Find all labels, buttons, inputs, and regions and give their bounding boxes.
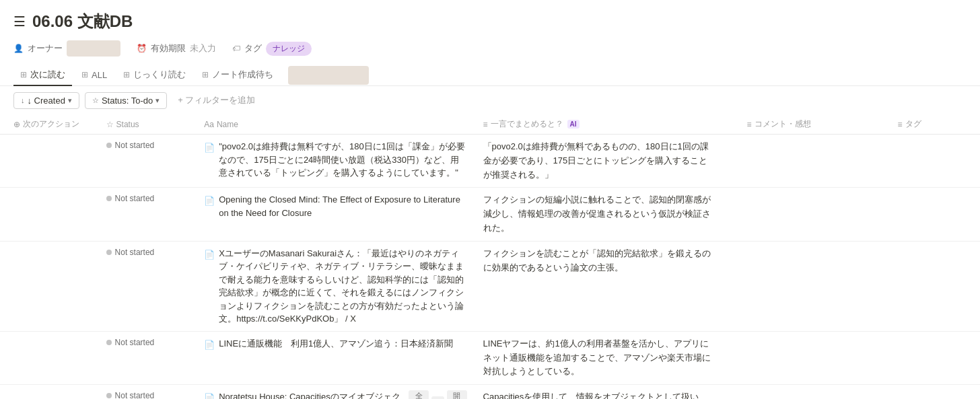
col-status-label: Status — [116, 120, 139, 129]
table-row: Not started📄"povo2.0は維持費は無料ですが、180日に1回は「… — [0, 135, 980, 188]
col-header-name: Aa Name — [196, 114, 475, 135]
col-header-summary: ≡ 一言でまとめると？ AI — [475, 114, 739, 135]
summary-text: 「povo2.0は維持費が無料であるものの、180日に1回の課金が必要であり、1… — [483, 140, 712, 182]
cell-name[interactable]: 📄XユーザーのMasanari Sakuraiさん：「最近はやりのネガティブ・ケ… — [196, 241, 475, 331]
tag-icon: 🏷 — [232, 44, 240, 53]
tag-value[interactable]: ナレッジ — [266, 42, 312, 56]
status-text: Not started — [115, 248, 155, 257]
summary-text: フィクションを読むことが「認知的完結欲求」を鍛えるのに効果的であるという論文の主… — [483, 247, 712, 275]
deadline-meta: ⏰ 有効期限 未入力 — [137, 42, 216, 55]
inline-actions: 全画■開く — [409, 390, 466, 399]
cell-summary: 「povo2.0は維持費が無料であるものの、180日に1回の課金が必要であり、1… — [475, 135, 739, 188]
col-name-label: Name — [217, 120, 238, 129]
cell-name[interactable]: 📄Noratetsu House: Capacitiesのマイオブジェクト①全画… — [196, 385, 475, 399]
tab-all-label: ALL — [92, 70, 107, 80]
status-text: Not started — [115, 141, 155, 150]
main-table: ⊕ 次のアクション ☆ Status Aa Name — [0, 114, 980, 399]
status-badge: Not started — [106, 248, 155, 257]
deadline-icon: ⏰ — [137, 44, 147, 53]
name-cell-content: 📄"povo2.0は維持費は無料ですが、180日に1回は「課金」が必要なので、1… — [204, 140, 466, 180]
cell-action — [0, 331, 98, 384]
name-text: XユーザーのMasanari Sakuraiさん：「最近はやりのネガティブ・ケイ… — [219, 247, 466, 326]
tab-next-label: 次に読む — [30, 69, 65, 81]
status-dot — [106, 393, 112, 398]
cell-status: Not started — [98, 135, 197, 188]
tabs-row: ⊞ 次に読む ⊞ ALL ⊞ じっくり読む ⊞ ノート作成待ち — [0, 59, 980, 86]
status-dot — [106, 196, 112, 201]
cell-status: Not started — [98, 385, 197, 399]
tab-next[interactable]: ⊞ 次に読む — [13, 65, 72, 86]
cell-action — [0, 188, 98, 241]
main-table-container: ⊕ 次のアクション ☆ Status Aa Name — [0, 114, 980, 399]
cell-name[interactable]: 📄"povo2.0は維持費は無料ですが、180日に1回は「課金」が必要なので、1… — [196, 135, 475, 188]
col-status-icon: ☆ — [106, 120, 114, 129]
add-filter-label: + フィルターを追加 — [178, 94, 255, 106]
cell-status: Not started — [98, 188, 197, 241]
col-summary-icon: ≡ — [483, 120, 488, 129]
cell-tag — [890, 135, 980, 188]
tab-slow-icon: ⊞ — [123, 70, 130, 79]
page-container: ☰ 06.06 文献DB 👤 オーナー ⏰ 有効期限 未入力 🏷 タグ ナレッジ… — [0, 0, 980, 399]
page-title: 06.06 文献DB — [32, 11, 133, 32]
table-body: Not started📄"povo2.0は維持費は無料ですが、180日に1回は「… — [0, 135, 980, 400]
table-row: Not started📄LINEに通販機能 利用1億人、アマゾン追う：日本経済新… — [0, 331, 980, 384]
tab-all[interactable]: ⊞ ALL — [75, 66, 114, 85]
status-text: Not started — [115, 391, 155, 399]
tab-slow[interactable]: ⊞ じっくり読む — [116, 65, 193, 86]
doc-icon: 📄 — [204, 392, 215, 399]
tab-note[interactable]: ⊞ ノート作成待ち — [195, 65, 280, 86]
table-row: Not started📄Noratetsu House: Capacitiesの… — [0, 385, 980, 399]
add-filter-button[interactable]: + フィルターを追加 — [172, 92, 260, 109]
summary-text: フィクションの短編小説に触れることで、認知的閉塞感が減少し、情報処理の改善が促進… — [483, 193, 712, 235]
col-comment-label: コメント・感想 — [755, 118, 811, 130]
tab-note-icon: ⊞ — [202, 70, 209, 79]
meta-row: 👤 オーナー ⏰ 有効期限 未入力 🏷 タグ ナレッジ — [0, 38, 980, 59]
status-badge: Not started — [106, 338, 155, 347]
menu-icon: ☰ — [13, 13, 26, 30]
status-text: Not started — [115, 194, 155, 203]
status-filter-button[interactable]: ☆ Status: To-do ▾ — [85, 92, 167, 109]
cell-comment — [739, 241, 890, 331]
col-summary-label: 一言でまとめると？ — [491, 118, 563, 130]
status-text: Not started — [115, 338, 155, 347]
doc-icon: 📄 — [204, 338, 215, 352]
table-header-row: ⊕ 次のアクション ☆ Status Aa Name — [0, 114, 980, 135]
inline-action-btn-3[interactable]: 開く — [447, 390, 467, 399]
cell-status: Not started — [98, 241, 197, 331]
sort-filter-button[interactable]: ↓ ↓ Created ▾ — [13, 92, 79, 109]
cell-summary: Capacitiesを使用して、情報をオブジェクトとして扱い、自分自身の体験やセ… — [475, 385, 739, 399]
cell-summary: フィクションを読むことが「認知的完結欲求」を鍛えるのに効果的であるという論文の主… — [475, 241, 739, 331]
name-text: LINEに通販機能 利用1億人、アマゾン追う：日本経済新聞 — [219, 337, 453, 351]
name-text: "povo2.0は維持費は無料ですが、180日に1回は「課金」が必要なので、17… — [219, 140, 466, 180]
inline-action-btn-2[interactable]: ■ — [431, 396, 444, 399]
deadline-label: 有効期限 — [151, 42, 186, 55]
status-badge: Not started — [106, 141, 155, 150]
inline-action-btn-1[interactable]: 全画 — [409, 390, 429, 399]
doc-icon: 📄 — [204, 194, 215, 208]
cell-name[interactable]: 📄LINEに通販機能 利用1億人、アマゾン追う：日本経済新聞 — [196, 331, 475, 384]
cell-status: Not started — [98, 331, 197, 384]
name-cell-content: 📄Opening the Closed Mind: The Effect of … — [204, 193, 466, 219]
owner-value[interactable] — [67, 40, 120, 57]
status-dot — [106, 340, 112, 345]
summary-text: LINEヤフーは、約1億人の利用者基盤を活かし、アプリにネット通販機能を追加する… — [483, 337, 712, 379]
col-action-label: 次のアクション — [23, 118, 79, 130]
deadline-value[interactable]: 未入力 — [190, 42, 216, 55]
doc-icon: 📄 — [204, 141, 215, 155]
sort-filter-label: ↓ Created — [28, 96, 65, 106]
cell-summary: フィクションの短編小説に触れることで、認知的閉塞感が減少し、情報処理の改善が促進… — [475, 188, 739, 241]
sort-filter-chevron: ▾ — [68, 96, 72, 105]
col-header-status: ☆ Status — [98, 114, 197, 135]
name-cell-content: 📄LINEに通販機能 利用1億人、アマゾン追う：日本経済新聞 — [204, 337, 466, 352]
cell-comment — [739, 385, 890, 399]
name-cell-content: 📄XユーザーのMasanari Sakuraiさん：「最近はやりのネガティブ・ケ… — [204, 247, 466, 326]
cell-tag — [890, 385, 980, 399]
tag-meta: 🏷 タグ ナレッジ — [232, 42, 312, 56]
status-filter-label: Status: To-do — [102, 96, 153, 106]
owner-label: オーナー — [28, 42, 63, 55]
filters-row: ↓ ↓ Created ▾ ☆ Status: To-do ▾ + フィルターを… — [0, 86, 980, 114]
sort-filter-icon: ↓ — [21, 96, 25, 104]
cell-tag — [890, 241, 980, 331]
col-action-icon: ⊕ — [13, 120, 20, 129]
cell-name[interactable]: 📄Opening the Closed Mind: The Effect of … — [196, 188, 475, 241]
